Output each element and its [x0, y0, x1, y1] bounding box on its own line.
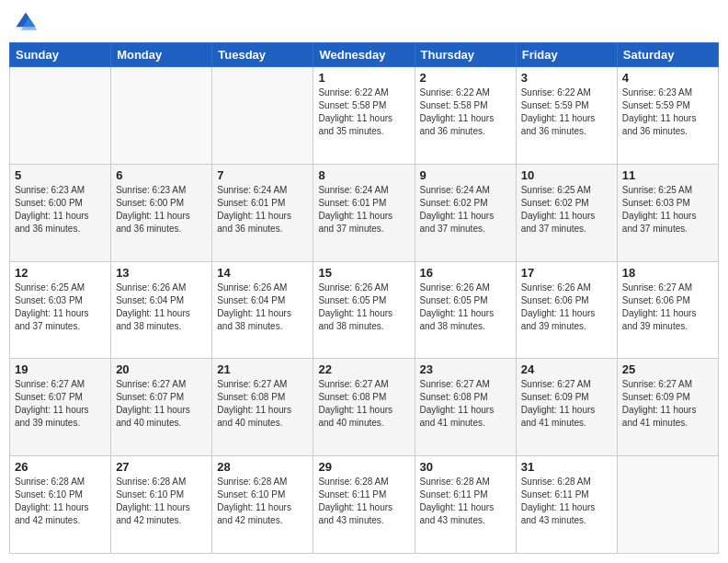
- day-info: Sunrise: 6:27 AMSunset: 6:06 PMDaylight:…: [622, 282, 713, 333]
- day-number: 26: [15, 460, 106, 474]
- day-number: 16: [420, 266, 511, 280]
- calendar-cell: 23Sunrise: 6:27 AMSunset: 6:08 PMDayligh…: [415, 359, 516, 456]
- day-info: Sunrise: 6:27 AMSunset: 6:08 PMDaylight:…: [420, 378, 511, 430]
- day-number: 20: [116, 362, 207, 376]
- day-number: 30: [420, 460, 511, 474]
- day-info: Sunrise: 6:25 AMSunset: 6:03 PMDaylight:…: [15, 282, 106, 333]
- day-number: 4: [622, 71, 713, 85]
- day-number: 15: [318, 266, 409, 280]
- calendar-cell: 21Sunrise: 6:27 AMSunset: 6:08 PMDayligh…: [212, 359, 313, 456]
- day-number: 1: [318, 71, 409, 85]
- day-info: Sunrise: 6:27 AMSunset: 6:07 PMDaylight:…: [15, 378, 106, 430]
- calendar-cell: 10Sunrise: 6:25 AMSunset: 6:02 PMDayligh…: [516, 164, 617, 261]
- calendar-cell: 2Sunrise: 6:22 AMSunset: 5:58 PMDaylight…: [415, 67, 516, 165]
- day-number: 22: [318, 362, 409, 376]
- calendar-cell: 11Sunrise: 6:25 AMSunset: 6:03 PMDayligh…: [617, 164, 718, 261]
- day-info: Sunrise: 6:22 AMSunset: 5:59 PMDaylight:…: [521, 86, 612, 138]
- day-number: 10: [521, 168, 612, 182]
- day-info: Sunrise: 6:28 AMSunset: 6:11 PMDaylight:…: [521, 476, 612, 527]
- day-header-saturday: Saturday: [617, 43, 718, 67]
- day-number: 2: [420, 71, 511, 85]
- day-number: 6: [116, 168, 207, 182]
- day-info: Sunrise: 6:28 AMSunset: 6:10 PMDaylight:…: [217, 476, 308, 527]
- calendar-cell: 15Sunrise: 6:26 AMSunset: 6:05 PMDayligh…: [313, 261, 415, 359]
- day-number: 3: [521, 71, 612, 85]
- day-info: Sunrise: 6:27 AMSunset: 6:08 PMDaylight:…: [217, 378, 308, 430]
- day-info: Sunrise: 6:28 AMSunset: 6:10 PMDaylight:…: [116, 476, 207, 527]
- calendar-cell: 3Sunrise: 6:22 AMSunset: 5:59 PMDaylight…: [516, 67, 617, 165]
- day-number: 24: [521, 362, 612, 376]
- calendar-cell: [212, 67, 313, 165]
- day-header-tuesday: Tuesday: [212, 43, 313, 67]
- calendar-cell: [111, 67, 212, 165]
- day-info: Sunrise: 6:26 AMSunset: 6:05 PMDaylight:…: [318, 282, 409, 333]
- day-number: 8: [318, 168, 409, 182]
- day-number: 29: [318, 460, 409, 474]
- calendar-cell: 4Sunrise: 6:23 AMSunset: 5:59 PMDaylight…: [617, 67, 718, 165]
- day-info: Sunrise: 6:28 AMSunset: 6:11 PMDaylight:…: [420, 476, 511, 527]
- day-info: Sunrise: 6:23 AMSunset: 6:00 PMDaylight:…: [116, 184, 207, 236]
- calendar-cell: 18Sunrise: 6:27 AMSunset: 6:06 PMDayligh…: [617, 261, 718, 359]
- day-info: Sunrise: 6:26 AMSunset: 6:06 PMDaylight:…: [521, 282, 612, 333]
- day-info: Sunrise: 6:28 AMSunset: 6:11 PMDaylight:…: [318, 476, 409, 527]
- day-number: 25: [622, 362, 713, 376]
- day-number: 21: [217, 362, 308, 376]
- calendar-cell: 31Sunrise: 6:28 AMSunset: 6:11 PMDayligh…: [516, 456, 617, 554]
- calendar-cell: 13Sunrise: 6:26 AMSunset: 6:04 PMDayligh…: [111, 261, 212, 359]
- calendar-week-4: 19Sunrise: 6:27 AMSunset: 6:07 PMDayligh…: [10, 359, 719, 456]
- calendar-cell: 22Sunrise: 6:27 AMSunset: 6:08 PMDayligh…: [313, 359, 415, 456]
- calendar-cell: 30Sunrise: 6:28 AMSunset: 6:11 PMDayligh…: [415, 456, 516, 554]
- day-info: Sunrise: 6:26 AMSunset: 6:04 PMDaylight:…: [217, 282, 308, 333]
- calendar-cell: [617, 456, 718, 554]
- calendar-week-1: 1Sunrise: 6:22 AMSunset: 5:58 PMDaylight…: [10, 67, 719, 165]
- day-number: 18: [622, 266, 713, 280]
- day-number: 7: [217, 168, 308, 182]
- calendar-week-3: 12Sunrise: 6:25 AMSunset: 6:03 PMDayligh…: [10, 261, 719, 359]
- calendar-cell: 16Sunrise: 6:26 AMSunset: 6:05 PMDayligh…: [415, 261, 516, 359]
- calendar-cell: 14Sunrise: 6:26 AMSunset: 6:04 PMDayligh…: [212, 261, 313, 359]
- day-number: 14: [217, 266, 308, 280]
- calendar-table: SundayMondayTuesdayWednesdayThursdayFrid…: [9, 42, 719, 554]
- calendar-cell: 5Sunrise: 6:23 AMSunset: 6:00 PMDaylight…: [10, 164, 111, 261]
- calendar-cell: 1Sunrise: 6:22 AMSunset: 5:58 PMDaylight…: [313, 67, 415, 165]
- logo: [13, 9, 42, 35]
- day-number: 19: [15, 362, 106, 376]
- day-number: 12: [15, 266, 106, 280]
- day-info: Sunrise: 6:28 AMSunset: 6:10 PMDaylight:…: [15, 476, 106, 527]
- day-info: Sunrise: 6:24 AMSunset: 6:02 PMDaylight:…: [420, 184, 511, 236]
- day-info: Sunrise: 6:22 AMSunset: 5:58 PMDaylight:…: [420, 86, 511, 138]
- day-info: Sunrise: 6:25 AMSunset: 6:02 PMDaylight:…: [521, 184, 612, 236]
- day-number: 11: [622, 168, 713, 182]
- day-number: 9: [420, 168, 511, 182]
- calendar-cell: 7Sunrise: 6:24 AMSunset: 6:01 PMDaylight…: [212, 164, 313, 261]
- day-info: Sunrise: 6:23 AMSunset: 6:00 PMDaylight:…: [15, 184, 106, 236]
- calendar-week-5: 26Sunrise: 6:28 AMSunset: 6:10 PMDayligh…: [10, 456, 719, 554]
- calendar-cell: 9Sunrise: 6:24 AMSunset: 6:02 PMDaylight…: [415, 164, 516, 261]
- day-info: Sunrise: 6:27 AMSunset: 6:09 PMDaylight:…: [521, 378, 612, 430]
- day-info: Sunrise: 6:27 AMSunset: 6:07 PMDaylight:…: [116, 378, 207, 430]
- day-header-sunday: Sunday: [10, 43, 111, 67]
- header: [9, 9, 719, 35]
- day-header-thursday: Thursday: [415, 43, 516, 67]
- calendar-cell: 24Sunrise: 6:27 AMSunset: 6:09 PMDayligh…: [516, 359, 617, 456]
- day-info: Sunrise: 6:24 AMSunset: 6:01 PMDaylight:…: [318, 184, 409, 236]
- day-number: 13: [116, 266, 207, 280]
- calendar-cell: 28Sunrise: 6:28 AMSunset: 6:10 PMDayligh…: [212, 456, 313, 554]
- calendar-cell: 29Sunrise: 6:28 AMSunset: 6:11 PMDayligh…: [313, 456, 415, 554]
- day-number: 5: [15, 168, 106, 182]
- day-info: Sunrise: 6:23 AMSunset: 5:59 PMDaylight:…: [622, 86, 713, 138]
- calendar-cell: 26Sunrise: 6:28 AMSunset: 6:10 PMDayligh…: [10, 456, 111, 554]
- calendar-cell: 25Sunrise: 6:27 AMSunset: 6:09 PMDayligh…: [617, 359, 718, 456]
- calendar-cell: 8Sunrise: 6:24 AMSunset: 6:01 PMDaylight…: [313, 164, 415, 261]
- calendar-cell: 27Sunrise: 6:28 AMSunset: 6:10 PMDayligh…: [111, 456, 212, 554]
- calendar-cell: 17Sunrise: 6:26 AMSunset: 6:06 PMDayligh…: [516, 261, 617, 359]
- calendar-cell: 19Sunrise: 6:27 AMSunset: 6:07 PMDayligh…: [10, 359, 111, 456]
- calendar-cell: [10, 67, 111, 165]
- day-number: 17: [521, 266, 612, 280]
- day-info: Sunrise: 6:22 AMSunset: 5:58 PMDaylight:…: [318, 86, 409, 138]
- day-header-wednesday: Wednesday: [313, 43, 415, 67]
- day-number: 27: [116, 460, 207, 474]
- day-number: 28: [217, 460, 308, 474]
- day-info: Sunrise: 6:24 AMSunset: 6:01 PMDaylight:…: [217, 184, 308, 236]
- logo-icon: [13, 9, 39, 35]
